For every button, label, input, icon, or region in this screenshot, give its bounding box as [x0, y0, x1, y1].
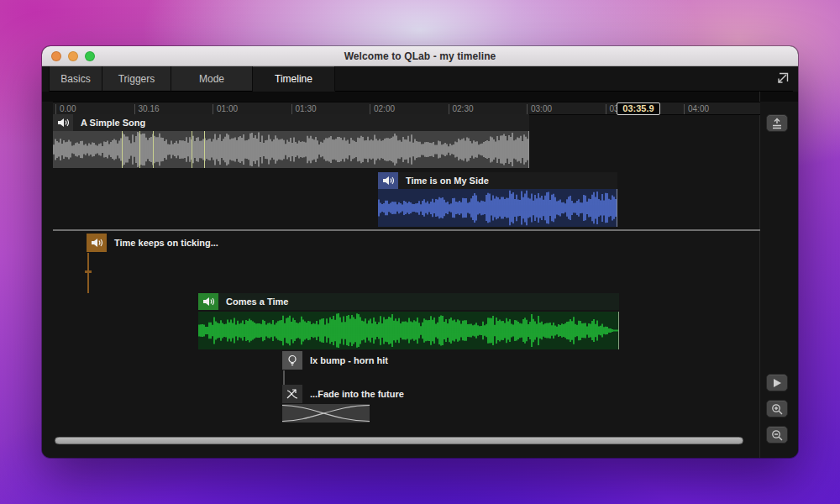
- cue-lx-bump-horn-hit[interactable]: lx bump - horn hit: [282, 352, 433, 369]
- ruler-tick: 03:00: [527, 104, 552, 114]
- marker-duration-line[interactable]: [87, 253, 89, 293]
- slice-marker[interactable]: [139, 131, 140, 168]
- ruler-tick: 01:00: [213, 104, 238, 114]
- qlab-window: Welcome to QLab - my timeline Basics Tri…: [42, 46, 798, 458]
- tab-mode[interactable]: Mode: [171, 66, 253, 92]
- timeline-panel: 03:35.9 0.0030.1601:0001:3002:0002:3003:…: [42, 92, 798, 458]
- bulb-icon: [282, 351, 302, 370]
- cue-name: Time keeps on ticking...: [114, 238, 218, 248]
- speaker-icon: [53, 114, 73, 131]
- fade-curve-panel[interactable]: [282, 404, 370, 423]
- collapse-corner-icon[interactable]: [771, 66, 793, 92]
- ruler-tick: 30.16: [134, 104, 160, 114]
- waveform-time-is-on-my-side[interactable]: [378, 189, 617, 227]
- slice-marker[interactable]: [204, 131, 205, 168]
- slice-marker[interactable]: [192, 131, 192, 168]
- tab-basics[interactable]: Basics: [49, 66, 102, 92]
- zoom-in-button[interactable]: [766, 400, 788, 417]
- tracks-area[interactable]: 03:35.9 0.0030.1601:0001:3002:0002:3003:…: [53, 92, 760, 458]
- cue-time-is-on-my-side[interactable]: Time is on My Side: [378, 172, 617, 189]
- slice-marker[interactable]: [153, 131, 154, 168]
- speaker-icon: [198, 293, 218, 310]
- ruler-tick: 01:30: [291, 104, 317, 114]
- speaker-icon: [378, 172, 398, 189]
- cue-time-keeps-on-ticking[interactable]: Time keeps on ticking...: [87, 234, 255, 251]
- tab-triggers[interactable]: Triggers: [102, 66, 171, 92]
- load-to-time-button[interactable]: [766, 114, 788, 132]
- ruler-tick: 02:30: [449, 104, 474, 114]
- waveform-comes-a-time[interactable]: [198, 312, 619, 349]
- waveform-a-simple-song[interactable]: [53, 131, 529, 168]
- cue-name: Comes a Time: [226, 297, 288, 307]
- tab-bar: Basics Triggers Mode Timeline: [42, 66, 798, 92]
- cue-name: Time is on My Side: [406, 176, 489, 186]
- slice-marker[interactable]: [122, 131, 123, 168]
- time-ruler[interactable]: 03:35.9 0.0030.1601:0001:3002:0002:3003:…: [53, 102, 760, 115]
- play-button[interactable]: [766, 374, 788, 391]
- cue-name: ...Fade into the future: [310, 389, 404, 399]
- cue-name: A Simple Song: [81, 118, 145, 128]
- cue-connector-line: [283, 370, 285, 386]
- cue-fade-into-the-future[interactable]: ...Fade into the future: [282, 386, 450, 402]
- window-title: Welcome to QLab - my timeline: [42, 50, 798, 62]
- crossfade-icon: [282, 385, 302, 403]
- cue-name: lx bump - horn hit: [310, 355, 388, 365]
- tabbar-spacer: [335, 66, 771, 92]
- cue-comes-a-time[interactable]: Comes a Time: [198, 293, 619, 310]
- cue-a-simple-song[interactable]: A Simple Song: [53, 114, 529, 131]
- ruler-tick: 0.00: [55, 104, 76, 114]
- titlebar[interactable]: Welcome to QLab - my timeline: [42, 46, 798, 66]
- ruler-tick: 02:00: [370, 104, 395, 114]
- group-divider: [53, 229, 760, 231]
- horizontal-scrollbar[interactable]: [55, 437, 743, 444]
- playhead-time[interactable]: 03:35.9: [617, 102, 660, 115]
- zoom-out-button[interactable]: [766, 426, 788, 444]
- speaker-icon: [87, 234, 107, 252]
- tab-timeline[interactable]: Timeline: [253, 66, 335, 92]
- marker-node[interactable]: [85, 270, 92, 273]
- ruler-tick: 04:00: [684, 104, 709, 114]
